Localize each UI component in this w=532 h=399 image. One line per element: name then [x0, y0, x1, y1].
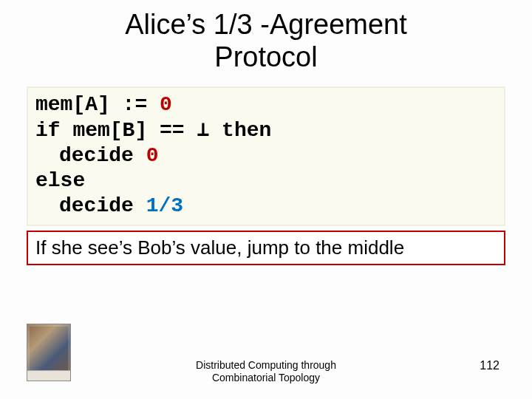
- footer-line-2: Combinatorial Topology: [212, 372, 320, 383]
- caption-text: If she see’s Bob’s value, jump to the mi…: [35, 236, 404, 259]
- code-line-1: mem[A] := 0: [35, 92, 497, 117]
- caption-box: If she see’s Bob’s value, jump to the mi…: [27, 231, 505, 265]
- slide-title: Alice’s 1/3 -Agreement Protocol: [0, 0, 532, 73]
- literal-zero: 0: [146, 144, 159, 167]
- footer: Distributed Computing through Combinator…: [196, 359, 336, 384]
- literal-one-third: 1/3: [146, 194, 183, 217]
- code-line-3: decide 0: [35, 143, 497, 168]
- book-thumbnail: [27, 324, 71, 381]
- page-number: 112: [480, 359, 499, 372]
- code-line-5: decide 1/3: [35, 194, 497, 219]
- footer-line-1: Distributed Computing through: [196, 359, 336, 371]
- title-line-2: Protocol: [214, 41, 317, 72]
- code-line-2: if mem[B] == ⊥ then: [35, 118, 497, 143]
- code-line-4: else: [35, 168, 497, 194]
- code-block: mem[A] := 0 if mem[B] == ⊥ then decide 0…: [27, 86, 505, 226]
- title-line-1: Alice’s 1/3 -Agreement: [125, 9, 407, 40]
- literal-zero: 0: [160, 93, 172, 116]
- book-thumbnail-band: [27, 370, 70, 381]
